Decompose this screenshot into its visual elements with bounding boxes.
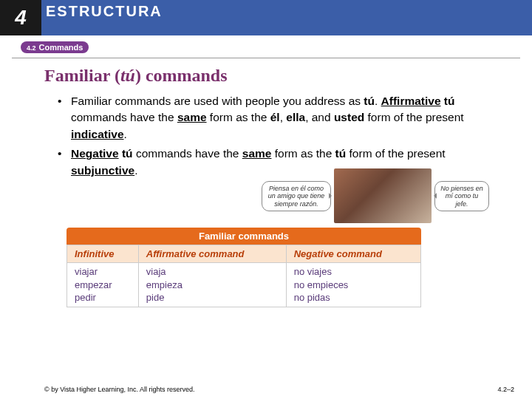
text-run: , and <box>305 111 334 123</box>
table-row: viajarempezarpedirviajaempiezapideno via… <box>67 263 421 307</box>
text-run: same <box>242 147 272 160</box>
section-tab: 4.2Commands <box>21 41 89 53</box>
text-run: form of the present <box>364 111 463 123</box>
table-cell: no viajesno empiecesno pidas <box>286 263 420 307</box>
table-cell: viajaempiezapide <box>138 263 286 307</box>
top-banner: 4 ESTRUCTURA <box>0 0 532 35</box>
table-title: Familiar commands <box>66 228 421 245</box>
slide-title: Familiar (tú) commands <box>44 66 491 86</box>
bullet-item: Familiar commands are used with people y… <box>58 93 491 143</box>
text-run: ella <box>286 111 305 123</box>
text-run: tú <box>444 95 455 107</box>
text-run: commands have the <box>71 111 177 123</box>
section-label: Commands <box>39 43 83 52</box>
speech-bubble-right: No pienses en mí como tu jefe. <box>434 181 489 211</box>
section-number: 4.2 <box>27 44 36 52</box>
table-header-row: InfinitiveAffirmative commandNegative co… <box>67 245 421 263</box>
text-run: él <box>270 111 280 123</box>
text-run: tú <box>364 95 375 107</box>
footer: © by Vista Higher Learning, Inc. All rig… <box>44 386 514 393</box>
bullet-item: Negative tú commands have the same form … <box>58 146 491 179</box>
bullet-list: Familiar commands are used with people y… <box>44 93 491 179</box>
text-run: . <box>375 95 381 107</box>
title-prefix: Familiar ( <box>44 66 120 85</box>
section-tab-row: 4.2Commands <box>0 35 532 56</box>
table-body: viajarempezarpedirviajaempiezapideno via… <box>67 263 421 307</box>
text-run: tú <box>122 147 133 160</box>
text-run: indicative <box>71 128 124 140</box>
text-run: Familiar commands are used with people y… <box>71 95 364 107</box>
text-run: Affirmative <box>381 95 441 107</box>
page-number: 4.2–2 <box>497 386 514 393</box>
text-run: . <box>134 164 137 177</box>
text-run: subjunctive <box>71 164 134 177</box>
text-run: Negative <box>71 147 119 160</box>
text-run: form of the present <box>346 147 445 160</box>
copyright-text: © by Vista Higher Learning, Inc. All rig… <box>44 386 195 393</box>
table-header-cell: Affirmative command <box>138 245 286 263</box>
text-run: commands have the <box>133 147 242 160</box>
table-cell: viajarempezarpedir <box>67 263 139 307</box>
text-run: usted <box>334 111 364 123</box>
structure-title: ESTRUCTURA <box>41 0 163 35</box>
text-run: , <box>280 111 287 123</box>
table-header-cell: Negative command <box>286 245 420 263</box>
commands-table: InfinitiveAffirmative commandNegative co… <box>66 245 421 307</box>
chapter-number: 4 <box>0 0 41 35</box>
slide-content: Familiar (tú) commands Familiar commands… <box>0 58 532 307</box>
title-italic: tú <box>120 66 135 85</box>
commands-table-wrap: Familiar commands InfinitiveAffirmative … <box>66 228 421 307</box>
text-run: form as the <box>271 147 335 160</box>
table-header-cell: Infinitive <box>67 245 139 263</box>
text-run: same <box>177 111 207 123</box>
text-run: . <box>124 128 127 140</box>
title-suffix: ) commands <box>135 66 228 85</box>
speech-bubble-left: Piensa en él como un amigo que tiene sie… <box>262 181 331 211</box>
text-run: form as the <box>207 111 270 123</box>
text-run: tú <box>335 147 347 160</box>
